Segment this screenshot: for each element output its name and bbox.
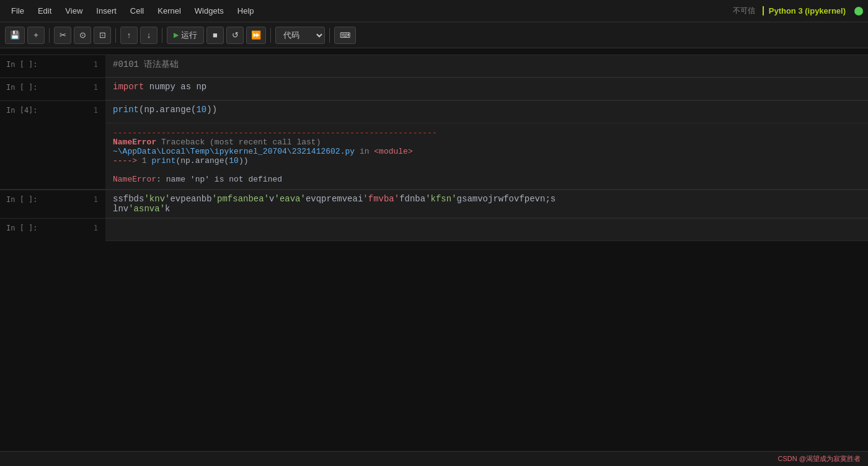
cell-3-prompt: In [4]: (0, 106, 38, 115)
stop-button[interactable]: ■ (206, 27, 224, 44)
cell-2: In [ ]: 1 import numpy as np (0, 77, 868, 100)
move-up-button[interactable]: ↑ (120, 27, 138, 44)
error-module: <module> (374, 147, 412, 156)
toolbar-separator-5 (329, 28, 330, 43)
kernel-status-area: 不可信 Python 3 (ipykernel) (733, 6, 863, 16)
menu-items: File Edit View Insert Cell Kernel Widget… (5, 4, 260, 18)
cut-button[interactable]: ✂ (54, 27, 71, 44)
paste-button[interactable]: ⊡ (94, 27, 111, 44)
cell-2-left: In [ ]: 1 (0, 78, 105, 100)
menu-help[interactable]: Help (231, 4, 260, 18)
cell-2-content[interactable]: import numpy as np (105, 78, 868, 100)
cell-3-num: 10 (196, 105, 206, 115)
kernel-trust-status: 不可信 (733, 6, 755, 16)
cell-1-prompt: In [ ]: (0, 60, 38, 69)
cell-5: In [ ]: 1 (0, 218, 868, 241)
cell-2-import-kw: import (113, 82, 144, 92)
cell-4-linenum: 1 (87, 195, 105, 204)
cell-3-close: )) (206, 105, 217, 115)
move-down-button[interactable]: ↓ (140, 27, 157, 44)
c4-knv: 'knv' (144, 194, 170, 204)
cell-1-linenum: 1 (87, 60, 105, 69)
run-button[interactable]: ▶ 运行 (167, 27, 204, 44)
error-code-start: (np.arange( (175, 156, 229, 165)
error-file-line: ~\AppData\Local\Temp\ipykernel_20704\232… (113, 147, 861, 156)
c4-fmvba: 'fmvba' (363, 194, 399, 204)
footer-brand: CSDN @渴望成为寂寞胜者 (778, 454, 861, 464)
cell-4-left: In [ ]: 1 (0, 190, 105, 218)
menu-widgets[interactable]: Widgets (188, 4, 230, 18)
cell-1: In [ ]: 1 #0101 语法基础 (0, 55, 868, 77)
cell-1-content[interactable]: #0101 语法基础 (105, 55, 868, 77)
c4-evqpremveai: evqpremveai (306, 194, 363, 204)
error-print: print (151, 156, 175, 165)
menu-insert[interactable]: Insert (90, 4, 123, 18)
cell-2-np: np (191, 82, 206, 92)
add-cell-button[interactable]: + (27, 27, 45, 44)
error-file-path: ~\AppData\Local\Temp\ipykernel_20704\232… (113, 147, 355, 156)
cell-3-left: In [4]: 1 (0, 101, 105, 123)
error-arrow: ----> (113, 156, 137, 165)
menu-cell[interactable]: Cell (124, 4, 150, 18)
cell-2-as-kw: as (180, 82, 191, 92)
menu-view[interactable]: View (59, 4, 89, 18)
restart-run-button[interactable]: ⏩ (246, 27, 266, 44)
copy-button[interactable]: ⊙ (74, 27, 91, 44)
cell-5-linenum: 1 (87, 224, 105, 232)
error-message-line: NameError: name 'np' is not defined (113, 175, 861, 184)
error-message-text: : name 'np' is not defined (156, 175, 282, 184)
error-header: NameError Traceback (most recent call la… (113, 138, 861, 147)
error-in: in (360, 147, 374, 156)
keyboard-shortcuts-button[interactable]: ⌨ (334, 27, 356, 44)
c4-asnva: 'asnva' (128, 204, 165, 214)
cell-5-content[interactable] (105, 219, 868, 241)
cell-1-code: #0101 语法基础 (113, 59, 179, 69)
menu-kernel[interactable]: Kernel (151, 4, 187, 18)
error-arrow-line: ----> 1 print(np.arange(10)) (113, 156, 861, 165)
run-label: 运行 (181, 30, 197, 41)
cell-type-select[interactable]: 代码 (275, 27, 325, 44)
cell-4-prompt: In [ ]: (0, 195, 38, 204)
error-code-end: )) (239, 156, 249, 165)
error-divider: ----------------------------------------… (113, 128, 861, 138)
cell-4-content[interactable]: ssfbds'knv'evpeanbb'pmfsanbea'v'eava'evq… (105, 190, 868, 218)
c4-lnv: lnv (113, 204, 128, 214)
restart-button[interactable]: ↺ (226, 27, 244, 44)
error-code-num: 10 (229, 156, 239, 165)
output-content: ----------------------------------------… (105, 123, 868, 189)
cell-3-content[interactable]: print(np.arange(10)) (105, 101, 868, 123)
cell-4-line2: lnv'asnva'k (113, 204, 861, 214)
menubar: File Edit View Insert Cell Kernel Widget… (0, 0, 868, 22)
c4-evpeanbb: evpeanbb (170, 194, 211, 204)
cell-3-print-kw: print (113, 105, 139, 115)
cell-3-linenum: 1 (87, 106, 105, 115)
error-message-name: NameError (113, 175, 156, 184)
output-left (0, 123, 105, 189)
cell-3: In [4]: 1 print(np.arange(10)) (0, 100, 868, 123)
toolbar-separator-3 (162, 28, 162, 43)
kernel-name: Python 3 (ipykernel) (763, 6, 846, 15)
toolbar-separator-2 (115, 28, 116, 43)
c4-fdnba: fdnba (399, 194, 425, 204)
c4-pmfsanbea: 'pmfsanbea' (212, 194, 269, 204)
save-button[interactable]: 💾 (5, 27, 25, 44)
c4-ssfbds: ssfbds (113, 194, 144, 204)
cell-2-linenum: 1 (87, 83, 105, 92)
error-name: NameError (113, 138, 156, 147)
cell-5-prompt: In [ ]: (0, 224, 38, 232)
error-line-num: 1 (142, 156, 152, 165)
menu-file[interactable]: File (5, 4, 30, 18)
footer: CSDN @渴望成为寂寞胜者 (0, 451, 868, 466)
kernel-status-dot (854, 7, 863, 15)
c4-k: k (165, 204, 170, 214)
play-icon: ▶ (174, 31, 179, 39)
cell-3-open: (np.arange( (139, 105, 196, 115)
cell-4: In [ ]: 1 ssfbds'knv'evpeanbb'pmfsanbea'… (0, 190, 868, 218)
toolbar-separator-1 (49, 28, 50, 43)
c4-kfsn: 'kfsn' (425, 194, 456, 204)
toolbar-separator-4 (270, 28, 271, 43)
menu-edit[interactable]: Edit (32, 4, 58, 18)
c4-gsamvoj: gsamvojrwfovfpevn;s (457, 194, 556, 204)
cell-3-output: ----------------------------------------… (0, 123, 868, 190)
cell-4-line1: ssfbds'knv'evpeanbb'pmfsanbea'v'eava'evq… (113, 194, 861, 204)
